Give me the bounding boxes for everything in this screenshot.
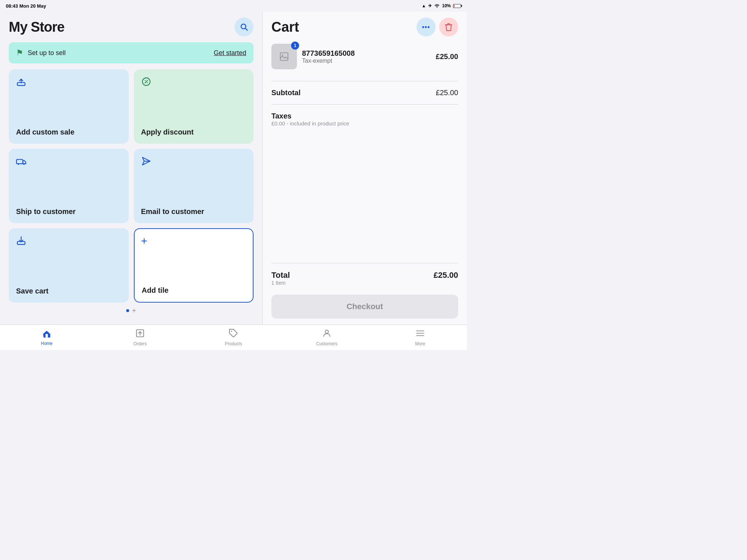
taxes-sublabel: £0.00 - included in product price — [271, 120, 349, 127]
cart-item[interactable]: 1 8773659165008 Tax-exempt £25.00 — [271, 44, 458, 69]
cart-subtotal-row: Subtotal £25.00 — [271, 86, 458, 100]
search-button[interactable] — [235, 18, 253, 36]
setup-text: Set up to sell — [28, 49, 66, 57]
tile-add-custom-sale[interactable]: Add custom sale — [9, 69, 129, 144]
status-bar: 08:43 Mon 20 May ▲ ✈ 10% — [0, 0, 467, 12]
airplane-icon: ✈ — [428, 3, 432, 8]
svg-point-6 — [144, 80, 146, 81]
tile-add-tile[interactable]: + Add tile — [134, 228, 254, 303]
tile-apply-discount[interactable]: Apply discount — [134, 69, 254, 144]
battery-icon — [453, 4, 461, 8]
pagination: + — [9, 303, 253, 319]
send-icon — [141, 156, 151, 169]
svg-point-10 — [23, 164, 25, 165]
subtotal-label: Subtotal — [271, 89, 301, 97]
tile-apply-discount-label: Apply discount — [141, 128, 247, 136]
subtotal-value: £25.00 — [436, 89, 458, 97]
cart-panel: Cart ••• 1 — [263, 12, 467, 324]
flag-icon: ⚑ — [16, 48, 23, 58]
svg-point-7 — [147, 82, 148, 83]
nav-home-label: Home — [41, 341, 53, 346]
nav-item-products[interactable]: Products — [187, 325, 280, 350]
tile-add-tile-label: Add tile — [142, 286, 246, 295]
svg-point-16 — [282, 54, 283, 56]
total-sublabel: 1 Item — [271, 280, 290, 286]
customers-icon — [322, 328, 332, 340]
home-icon — [42, 329, 51, 340]
trash-icon — [444, 23, 453, 31]
svg-rect-15 — [280, 53, 288, 61]
search-icon — [240, 23, 248, 31]
svg-point-9 — [18, 164, 19, 165]
cart-title: Cart — [271, 19, 299, 35]
tile-ship-to-customer-label: Ship to customer — [16, 207, 121, 216]
cart-header: Cart ••• — [271, 18, 458, 36]
cart-actions: ••• — [417, 18, 458, 36]
tile-save-cart[interactable]: Save cart — [9, 228, 129, 303]
orders-icon — [135, 328, 145, 340]
products-icon — [229, 328, 238, 340]
nav-item-more[interactable]: More — [374, 325, 467, 350]
tile-ship-to-customer[interactable]: Ship to customer — [9, 149, 129, 223]
nav-products-label: Products — [225, 341, 242, 346]
download-icon — [16, 236, 26, 248]
image-placeholder-icon — [279, 51, 289, 62]
divider-2 — [271, 104, 458, 105]
nav-item-customers[interactable]: Customers — [280, 325, 374, 350]
wifi-icon — [434, 3, 440, 9]
plus-icon: + — [141, 235, 148, 247]
total-label: Total — [271, 271, 290, 280]
store-title: My Store — [9, 19, 64, 35]
checkout-button[interactable]: Checkout — [271, 295, 458, 319]
left-panel: My Store ⚑ Set up to sell Get started — [0, 12, 263, 324]
upload-icon — [16, 77, 26, 89]
cart-item-note: Tax-exempt — [302, 58, 431, 64]
cart-item-badge: 1 — [291, 42, 299, 50]
svg-line-1 — [245, 28, 248, 31]
svg-point-20 — [325, 330, 329, 333]
location-icon: ▲ — [422, 3, 426, 8]
svg-point-19 — [231, 331, 232, 332]
nav-item-orders[interactable]: Orders — [93, 325, 187, 350]
setup-banner[interactable]: ⚑ Set up to sell Get started — [9, 42, 253, 63]
status-time-date: 08:43 Mon 20 May — [6, 3, 46, 9]
divider-1 — [271, 81, 458, 81]
cart-item-image: 1 — [271, 44, 297, 69]
nav-more-label: More — [415, 341, 425, 346]
svg-rect-8 — [16, 159, 23, 164]
cart-more-button[interactable]: ••• — [417, 18, 436, 36]
cart-delete-button[interactable] — [439, 18, 458, 36]
more-dots-icon: ••• — [422, 23, 430, 31]
battery-percentage: 10% — [442, 3, 451, 8]
get-started-link[interactable]: Get started — [214, 49, 246, 57]
nav-item-home[interactable]: Home — [0, 325, 93, 350]
status-icons: ▲ ✈ 10% — [422, 3, 461, 9]
nav-orders-label: Orders — [133, 341, 147, 346]
tile-email-to-customer-label: Email to customer — [141, 207, 247, 216]
total-value: £25.00 — [434, 271, 458, 280]
tile-add-custom-sale-label: Add custom sale — [16, 128, 121, 136]
pagination-add[interactable]: + — [132, 307, 136, 314]
more-icon — [415, 328, 425, 340]
tiles-grid: Add custom sale Apply discount — [9, 69, 253, 303]
cart-item-sku: 8773659165008 — [302, 49, 431, 58]
cart-taxes-row: Taxes £0.00 - included in product price — [271, 109, 458, 129]
tile-email-to-customer[interactable]: Email to customer — [134, 149, 254, 223]
cart-total-row: Total 1 Item £25.00 — [271, 268, 458, 289]
nav-customers-label: Customers — [316, 341, 337, 346]
pagination-dot-1 — [126, 309, 129, 312]
shipping-icon — [16, 156, 26, 169]
cart-item-price: £25.00 — [436, 52, 458, 61]
discount-icon — [141, 77, 151, 89]
divider-3 — [271, 263, 458, 263]
taxes-label: Taxes — [271, 112, 349, 120]
store-header: My Store — [9, 18, 253, 36]
tile-save-cart-label: Save cart — [16, 287, 121, 295]
cart-item-details: 8773659165008 Tax-exempt — [302, 49, 431, 64]
bottom-nav: Home Orders Products Customers — [0, 324, 467, 350]
